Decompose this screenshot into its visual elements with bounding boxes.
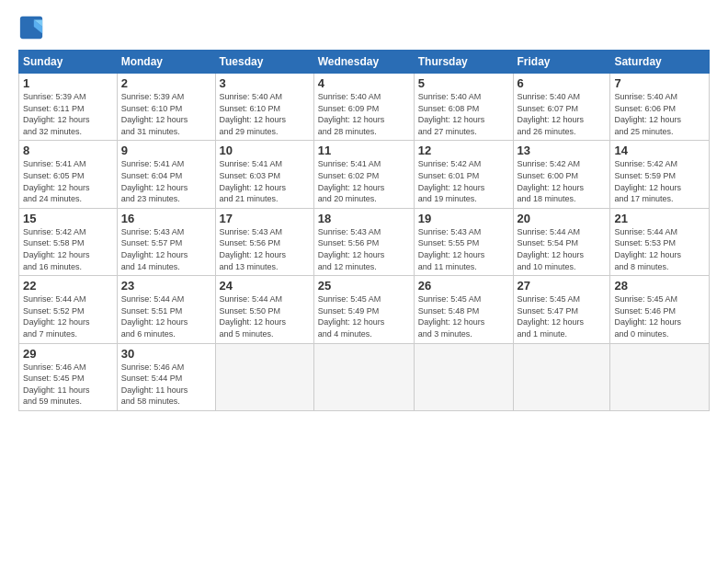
day-cell: 5Sunrise: 5:40 AM Sunset: 6:08 PM Daylig…	[414, 74, 513, 141]
day-cell: 27Sunrise: 5:45 AM Sunset: 5:47 PM Dayli…	[513, 276, 610, 343]
week-row-2: 8Sunrise: 5:41 AM Sunset: 6:05 PM Daylig…	[19, 141, 710, 208]
day-cell: 22Sunrise: 5:44 AM Sunset: 5:52 PM Dayli…	[19, 276, 118, 343]
week-row-3: 15Sunrise: 5:42 AM Sunset: 5:58 PM Dayli…	[19, 208, 710, 275]
day-cell: 4Sunrise: 5:40 AM Sunset: 6:09 PM Daylig…	[313, 74, 414, 141]
day-number: 1	[23, 76, 113, 90]
weekday-header-row: SundayMondayTuesdayWednesdayThursdayFrid…	[19, 51, 710, 74]
day-cell: 7Sunrise: 5:40 AM Sunset: 6:06 PM Daylig…	[610, 74, 710, 141]
day-number: 20	[518, 212, 607, 225]
day-cell: 14Sunrise: 5:42 AM Sunset: 5:59 PM Dayli…	[610, 141, 710, 208]
day-cell: 24Sunrise: 5:44 AM Sunset: 5:50 PM Dayli…	[215, 276, 313, 343]
day-number: 27	[518, 279, 607, 293]
day-info: Sunrise: 5:41 AM Sunset: 6:03 PM Dayligh…	[220, 158, 310, 204]
day-info: Sunrise: 5:45 AM Sunset: 5:46 PM Dayligh…	[614, 293, 705, 339]
day-info: Sunrise: 5:39 AM Sunset: 6:11 PM Dayligh…	[23, 91, 113, 137]
day-cell: 20Sunrise: 5:44 AM Sunset: 5:54 PM Dayli…	[513, 208, 610, 275]
day-cell	[610, 343, 710, 410]
day-info: Sunrise: 5:40 AM Sunset: 6:07 PM Dayligh…	[518, 91, 607, 137]
page-header	[18, 15, 710, 40]
day-number: 28	[614, 279, 705, 293]
weekday-header-tuesday: Tuesday	[215, 51, 313, 74]
day-cell: 26Sunrise: 5:45 AM Sunset: 5:48 PM Dayli…	[414, 276, 513, 343]
day-cell: 10Sunrise: 5:41 AM Sunset: 6:03 PM Dayli…	[215, 141, 313, 208]
day-number: 22	[23, 279, 113, 293]
day-info: Sunrise: 5:45 AM Sunset: 5:47 PM Dayligh…	[518, 293, 607, 339]
day-info: Sunrise: 5:40 AM Sunset: 6:10 PM Dayligh…	[220, 91, 310, 137]
day-info: Sunrise: 5:44 AM Sunset: 5:54 PM Dayligh…	[518, 226, 607, 272]
day-cell: 16Sunrise: 5:43 AM Sunset: 5:57 PM Dayli…	[117, 208, 215, 275]
day-info: Sunrise: 5:42 AM Sunset: 5:59 PM Dayligh…	[614, 158, 705, 204]
day-info: Sunrise: 5:45 AM Sunset: 5:48 PM Dayligh…	[418, 293, 509, 339]
day-number: 30	[121, 347, 211, 361]
day-cell: 15Sunrise: 5:42 AM Sunset: 5:58 PM Dayli…	[19, 208, 118, 275]
day-number: 15	[23, 212, 113, 225]
weekday-header-saturday: Saturday	[610, 51, 710, 74]
day-number: 12	[418, 144, 509, 157]
day-cell: 8Sunrise: 5:41 AM Sunset: 6:05 PM Daylig…	[19, 141, 118, 208]
day-info: Sunrise: 5:40 AM Sunset: 6:08 PM Dayligh…	[418, 91, 509, 137]
day-number: 6	[518, 76, 607, 90]
week-row-4: 22Sunrise: 5:44 AM Sunset: 5:52 PM Dayli…	[19, 276, 710, 343]
day-cell: 1Sunrise: 5:39 AM Sunset: 6:11 PM Daylig…	[19, 74, 118, 141]
day-info: Sunrise: 5:42 AM Sunset: 5:58 PM Dayligh…	[23, 226, 113, 272]
day-number: 18	[318, 212, 410, 225]
day-cell: 23Sunrise: 5:44 AM Sunset: 5:51 PM Dayli…	[117, 276, 215, 343]
day-info: Sunrise: 5:39 AM Sunset: 6:10 PM Dayligh…	[121, 91, 211, 137]
day-cell	[215, 343, 313, 410]
day-number: 29	[23, 347, 113, 361]
calendar-page: SundayMondayTuesdayWednesdayThursdayFrid…	[0, 0, 728, 563]
day-number: 26	[418, 279, 509, 293]
day-number: 3	[220, 76, 310, 90]
day-cell: 6Sunrise: 5:40 AM Sunset: 6:07 PM Daylig…	[513, 74, 610, 141]
day-number: 23	[121, 279, 211, 293]
day-cell: 17Sunrise: 5:43 AM Sunset: 5:56 PM Dayli…	[215, 208, 313, 275]
weekday-header-friday: Friday	[513, 51, 610, 74]
day-number: 9	[121, 144, 211, 157]
day-number: 19	[418, 212, 509, 225]
day-cell: 3Sunrise: 5:40 AM Sunset: 6:10 PM Daylig…	[215, 74, 313, 141]
day-cell: 28Sunrise: 5:45 AM Sunset: 5:46 PM Dayli…	[610, 276, 710, 343]
day-cell: 18Sunrise: 5:43 AM Sunset: 5:56 PM Dayli…	[313, 208, 414, 275]
day-info: Sunrise: 5:44 AM Sunset: 5:51 PM Dayligh…	[121, 293, 211, 339]
day-number: 5	[418, 76, 509, 90]
day-number: 21	[614, 212, 705, 225]
day-info: Sunrise: 5:43 AM Sunset: 5:55 PM Dayligh…	[418, 226, 509, 272]
day-cell: 19Sunrise: 5:43 AM Sunset: 5:55 PM Dayli…	[414, 208, 513, 275]
day-number: 16	[121, 212, 211, 225]
day-info: Sunrise: 5:42 AM Sunset: 6:00 PM Dayligh…	[518, 158, 607, 204]
day-cell: 29Sunrise: 5:46 AM Sunset: 5:45 PM Dayli…	[19, 343, 118, 410]
day-info: Sunrise: 5:45 AM Sunset: 5:49 PM Dayligh…	[318, 293, 410, 339]
day-number: 2	[121, 76, 211, 90]
day-info: Sunrise: 5:40 AM Sunset: 6:06 PM Dayligh…	[614, 91, 705, 137]
day-cell: 9Sunrise: 5:41 AM Sunset: 6:04 PM Daylig…	[117, 141, 215, 208]
day-info: Sunrise: 5:43 AM Sunset: 5:56 PM Dayligh…	[318, 226, 410, 272]
day-number: 13	[518, 144, 607, 157]
day-number: 17	[220, 212, 310, 225]
week-row-5: 29Sunrise: 5:46 AM Sunset: 5:45 PM Dayli…	[19, 343, 710, 410]
day-number: 25	[318, 279, 410, 293]
day-cell	[513, 343, 610, 410]
day-info: Sunrise: 5:44 AM Sunset: 5:52 PM Dayligh…	[23, 293, 113, 339]
day-number: 8	[23, 144, 113, 157]
weekday-header-thursday: Thursday	[414, 51, 513, 74]
day-info: Sunrise: 5:43 AM Sunset: 5:56 PM Dayligh…	[220, 226, 310, 272]
day-cell: 2Sunrise: 5:39 AM Sunset: 6:10 PM Daylig…	[117, 74, 215, 141]
day-number: 11	[318, 144, 410, 157]
week-row-1: 1Sunrise: 5:39 AM Sunset: 6:11 PM Daylig…	[19, 74, 710, 141]
day-cell: 11Sunrise: 5:41 AM Sunset: 6:02 PM Dayli…	[313, 141, 414, 208]
day-cell	[414, 343, 513, 410]
day-number: 24	[220, 279, 310, 293]
day-info: Sunrise: 5:46 AM Sunset: 5:45 PM Dayligh…	[23, 362, 113, 408]
day-info: Sunrise: 5:43 AM Sunset: 5:57 PM Dayligh…	[121, 226, 211, 272]
weekday-header-monday: Monday	[117, 51, 215, 74]
day-cell: 12Sunrise: 5:42 AM Sunset: 6:01 PM Dayli…	[414, 141, 513, 208]
logo-icon	[18, 15, 44, 40]
day-info: Sunrise: 5:44 AM Sunset: 5:50 PM Dayligh…	[220, 293, 310, 339]
day-info: Sunrise: 5:41 AM Sunset: 6:02 PM Dayligh…	[318, 158, 410, 204]
day-cell	[313, 343, 414, 410]
day-number: 14	[614, 144, 705, 157]
day-number: 10	[220, 144, 310, 157]
day-info: Sunrise: 5:42 AM Sunset: 6:01 PM Dayligh…	[418, 158, 509, 204]
weekday-header-wednesday: Wednesday	[313, 51, 414, 74]
day-info: Sunrise: 5:40 AM Sunset: 6:09 PM Dayligh…	[318, 91, 410, 137]
